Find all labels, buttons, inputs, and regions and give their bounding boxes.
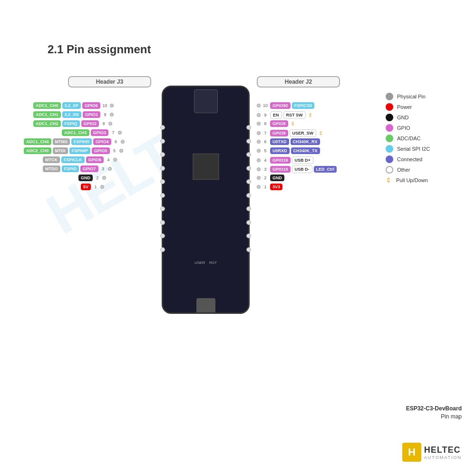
j3-4-label2: FSPICLK: [61, 156, 85, 163]
j2-3-label3: LED_Ctrl: [314, 166, 337, 173]
j2-pin-row-5: 5 U0RXD CH340K_TX: [257, 147, 320, 154]
j2-pin-row-6: 6 U0TXD CH340K_RX: [257, 138, 320, 145]
j3-6-label3: GPIO4: [93, 138, 111, 145]
header-j2-box: Header J2: [257, 76, 340, 87]
board-pin-left-2: [160, 139, 165, 144]
j3-7-label2: GPIO3: [91, 129, 109, 136]
j3-6-label2: FSPIHD: [71, 138, 92, 145]
j2-2-num: 2: [262, 175, 269, 180]
j3-pin-row-2: GND 2: [78, 175, 106, 181]
j3-pin-row-7: ADC1_CH3 GPIO3 7: [62, 129, 122, 136]
j3-3-label1: MTDO: [43, 165, 60, 172]
j3-7-dot: [118, 131, 122, 135]
heltec-name: HELTEC: [424, 445, 462, 455]
j3-6-dot: [121, 140, 125, 144]
board-chip: [193, 154, 219, 180]
j3-10-num: 10: [102, 103, 108, 108]
j3-6-label1: MTMS: [53, 138, 70, 145]
j3-3-dot: [108, 167, 112, 171]
j3-9-label1: ADC1_CH1: [33, 111, 61, 118]
j3-pin-row-10: ADC1_CH0 3.2_XP GPIO6 10: [33, 102, 114, 109]
board-pin-left-5: [160, 179, 165, 184]
pin-map-label: Pin map: [441, 413, 462, 420]
j3-10-label1: ADC1_CH0: [33, 102, 61, 109]
j3-5-label0: ADC2_CH0: [24, 147, 51, 154]
j3-5-num: 5: [111, 148, 118, 153]
j2-6-num: 6: [262, 139, 269, 144]
j2-8-dot: [257, 122, 261, 126]
j3-10-dot: [110, 104, 114, 107]
page-title: 2.1 Pin assignment: [48, 43, 151, 56]
j3-5-dot: [119, 149, 123, 153]
j2-9-label2: RST SW: [283, 111, 306, 119]
j3-2-label1: GND: [78, 175, 93, 181]
j3-8-num: 8: [100, 121, 107, 126]
board-pin-right-5: [246, 179, 251, 184]
j2-6-dot: [257, 140, 261, 144]
j2-10-label2: FSPICS0: [292, 102, 315, 109]
j2-7-label2: USER_SW: [290, 129, 317, 137]
board-pin-right-1: [246, 125, 251, 130]
board-pin-right-10: [246, 247, 251, 252]
j3-5-label2: FSPIWP: [69, 147, 91, 154]
j2-6-label2: CH340K_RX: [291, 138, 320, 145]
j2-pin-row-4: 4 GPIO19 USB D+: [257, 156, 313, 164]
j2-6-label1: U0TXD: [270, 138, 289, 145]
j2-5-dot: [257, 149, 261, 153]
j3-pin-row-5: ADC2_CH0 MTDI FSPIWP GPIO5 5: [24, 147, 123, 154]
j3-9-label3: GPIO1: [83, 111, 101, 118]
j3-1-num: 1: [92, 185, 99, 189]
j2-2-dot: [257, 176, 261, 180]
j2-3-label1: GPIO18: [270, 166, 291, 173]
j3-6-label0: ADC1_CH4: [24, 138, 51, 145]
j3-3-num: 3: [100, 166, 107, 171]
heltec-h-icon: H: [402, 443, 421, 462]
j2-1-dot: [257, 185, 261, 189]
board-pin-left-8: [160, 220, 165, 225]
board-pin-left-4: [160, 166, 165, 171]
j3-1-dot: [100, 185, 104, 189]
j2-7-label1: GPIO9: [270, 130, 288, 136]
j3-2-dot: [102, 176, 106, 180]
j2-9-dot: [257, 113, 261, 117]
j2-pin-row-7: 7 GPIO9 USER_SW ⇕: [257, 129, 323, 137]
j2-7-num: 7: [262, 131, 269, 136]
j2-5-label2: CH340K_TX: [291, 147, 320, 154]
j2-10-num: 10: [262, 103, 269, 108]
j2-pin-row-1: 1 3V3: [257, 184, 282, 190]
j3-pin-row-3: MTDO FSPID GPIO7 3: [43, 165, 112, 172]
j2-4-label2: USB D+: [292, 156, 313, 164]
j2-3-label2: USB D-: [292, 165, 312, 173]
j2-8-num: 8: [262, 121, 269, 126]
j2-10-label1: GPIO90: [270, 102, 291, 109]
j2-1-label1: 3V3: [270, 184, 282, 190]
heltec-text: HELTEC AUTOMATION: [424, 445, 462, 460]
board-pins-right: [246, 125, 251, 252]
board-pin-right-6: [246, 193, 251, 198]
j2-3-num: 3: [262, 167, 269, 172]
j3-4-dot: [113, 158, 117, 162]
board-pin-right-3: [246, 152, 251, 157]
j3-5-label3: GPIO5: [92, 147, 110, 154]
j3-pin-row-9: ADC1_CH1 3.2_XN GPIO1 9: [33, 111, 114, 118]
j3-8-label1: ADC1_CH2: [33, 120, 61, 127]
j3-8-dot: [108, 122, 112, 126]
board-usb: [196, 298, 215, 312]
j2-4-dot: [257, 158, 261, 162]
j3-3-label3: GPIO7: [80, 165, 98, 172]
board-pin-right-4: [246, 166, 251, 171]
j3-9-num: 9: [102, 112, 108, 117]
j2-pin-row-10: 10 GPIO90 FSPICS0: [257, 102, 314, 109]
j3-pin-row-1: 5V 1: [81, 184, 104, 190]
board-pin-left-1: [160, 125, 165, 130]
board-pin-right-7: [246, 206, 251, 211]
j3-pin-row-8: ADC1_CH2 FSPIQ GPIO2 8: [33, 120, 112, 127]
j3-6-num: 6: [113, 139, 119, 144]
board-user-label: USER RST: [194, 261, 217, 265]
j3-3-label2: FSPID: [62, 165, 79, 172]
j2-5-label1: U0RXD: [270, 147, 290, 154]
board-pin-left-7: [160, 206, 165, 211]
diagram-area: USER RST Header J3 Header J2 ADC1_CH0 3.…: [24, 76, 414, 371]
j3-4-label1: MTCK: [43, 156, 60, 163]
board-pin-right-2: [246, 139, 251, 144]
